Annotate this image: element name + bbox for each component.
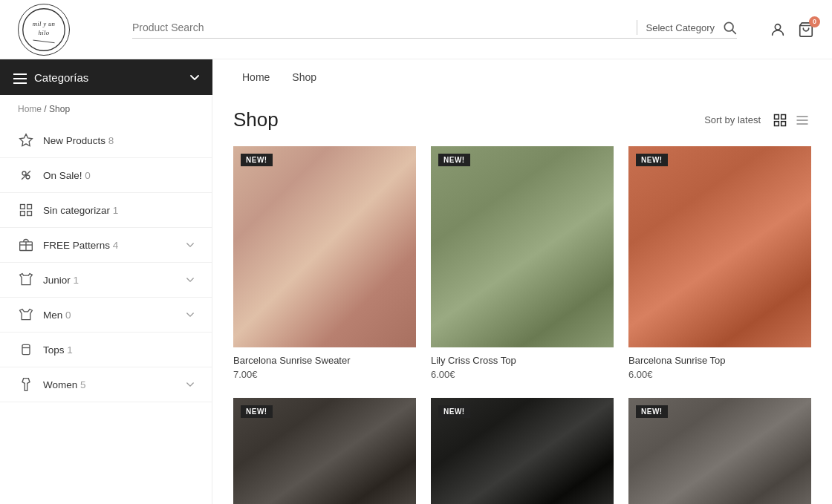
product-image-2: NEW!	[431, 146, 614, 347]
product-grid: NEW! Barcelona Sunrise Sweater 7.00€ NEW…	[233, 146, 811, 504]
svg-line-3	[33, 40, 54, 43]
header-icons: 0	[770, 21, 814, 39]
nav-home[interactable]: Home	[242, 71, 270, 83]
product-card-2[interactable]: NEW! Lily Criss Cross Top 6.00€	[431, 146, 614, 383]
sidebar-item-tops-label: Tops 1	[43, 344, 73, 356]
product-name-1: Barcelona Sunrise Sweater	[233, 355, 416, 366]
junior-chevron-icon	[186, 275, 194, 285]
svg-rect-24	[781, 115, 786, 120]
product-card-5[interactable]: NEW!	[431, 398, 614, 504]
svg-point-12	[22, 171, 26, 175]
dress-icon	[18, 376, 34, 393]
svg-rect-25	[775, 122, 779, 126]
product-name-2: Lily Criss Cross Top	[431, 355, 614, 366]
product-card-6[interactable]: NEW!	[628, 398, 811, 504]
svg-rect-16	[27, 205, 32, 209]
sidebar-item-new-products[interactable]: New Products 8	[0, 123, 212, 158]
sort-dropdown[interactable]: Sort by latest	[704, 114, 761, 125]
search-icon	[722, 20, 737, 35]
sidebar: Home / Shop New Products 8	[0, 95, 212, 504]
user-icon	[770, 22, 786, 38]
sidebar-item-junior[interactable]: Junior 1	[0, 263, 212, 298]
svg-rect-17	[21, 212, 25, 216]
new-badge-2: NEW!	[438, 154, 470, 166]
sidebar-item-on-sale-label: On Sale! 0	[43, 170, 91, 181]
shop-title: Shop	[233, 108, 279, 131]
categories-button[interactable]: Categorías	[0, 59, 212, 95]
men-chevron-icon	[186, 310, 194, 320]
sidebar-item-sin-categorizar[interactable]: Sin categorizar 1	[0, 193, 212, 228]
svg-rect-23	[775, 115, 779, 120]
product-image-3: NEW!	[628, 146, 811, 347]
sidebar-item-free-patterns-label: FREE Patterns 4	[43, 240, 118, 251]
search-icon-btn[interactable]	[722, 20, 737, 35]
cart-icon-btn[interactable]: 0	[798, 21, 814, 39]
sidebar-item-tops[interactable]: Tops 1	[0, 333, 212, 367]
main-content: Shop Sort by latest	[212, 95, 832, 504]
product-price-1: 7.00€	[233, 369, 416, 380]
product-card-3[interactable]: NEW! Barcelona Sunrise Top 6.00€	[628, 146, 811, 383]
sidebar-item-on-sale[interactable]: On Sale! 0	[0, 158, 212, 193]
product-img-placeholder-2	[431, 146, 614, 347]
view-toggle	[771, 111, 811, 129]
product-card-1[interactable]: NEW! Barcelona Sunrise Sweater 7.00€	[233, 146, 416, 383]
categories-chevron-icon	[190, 71, 199, 83]
tshirt-icon	[18, 307, 34, 323]
nav-shop[interactable]: Shop	[292, 71, 316, 83]
sidebar-item-women-label: Women 5	[43, 379, 86, 390]
svg-rect-10	[13, 82, 27, 84]
product-image-6: NEW!	[628, 398, 811, 504]
sidebar-item-women[interactable]: Women 5	[0, 367, 212, 402]
cart-badge: 0	[809, 16, 820, 27]
new-badge-3: NEW!	[636, 154, 668, 166]
product-image-5: NEW!	[431, 398, 614, 504]
logo-svg: mil y un hilo	[22, 4, 66, 55]
new-badge-4: NEW!	[241, 405, 273, 418]
shop-header: Shop Sort by latest	[233, 95, 811, 146]
logo[interactable]: mil y un hilo	[18, 4, 70, 56]
product-img-placeholder-3	[628, 146, 811, 347]
product-name-3: Barcelona Sunrise Top	[628, 355, 811, 366]
product-image-4: NEW!	[233, 398, 416, 504]
product-img-placeholder-1	[233, 146, 416, 347]
svg-rect-8	[13, 73, 27, 75]
svg-rect-26	[781, 122, 786, 126]
select-category-dropdown[interactable]: Select Category	[646, 22, 715, 33]
navbar: Categorías Home Shop	[0, 59, 832, 95]
star-icon	[18, 132, 34, 148]
svg-rect-15	[21, 205, 25, 209]
nav-links: Home Shop	[212, 71, 316, 83]
list-view-button[interactable]	[793, 111, 811, 129]
grid-view-button[interactable]	[771, 111, 789, 129]
sidebar-item-men[interactable]: Men 0	[0, 298, 212, 333]
svg-rect-21	[22, 344, 30, 354]
user-icon-btn[interactable]	[770, 21, 786, 39]
breadcrumb-separator: /	[42, 104, 49, 114]
main-layout: Home / Shop New Products 8	[0, 95, 832, 504]
svg-marker-11	[20, 134, 33, 146]
product-price-2: 6.00€	[431, 369, 614, 380]
svg-line-5	[732, 30, 736, 34]
breadcrumb-home[interactable]: Home	[18, 104, 42, 114]
percent-icon	[18, 167, 34, 183]
sidebar-item-men-label: Men 0	[43, 310, 71, 321]
new-badge-5: NEW!	[438, 405, 470, 418]
hamburger-icon	[13, 71, 27, 83]
logo-area[interactable]: mil y un hilo	[18, 4, 114, 56]
categories-btn-left: Categorías	[13, 71, 88, 83]
shop-controls: Sort by latest	[704, 111, 811, 129]
free-patterns-chevron-icon	[186, 240, 194, 250]
breadcrumb-current: Shop	[49, 104, 70, 114]
svg-point-6	[775, 24, 780, 30]
svg-rect-9	[13, 78, 27, 79]
sidebar-item-junior-label: Junior 1	[43, 275, 79, 286]
new-badge-1: NEW!	[241, 154, 273, 166]
list-view-icon	[795, 113, 810, 128]
header: mil y un hilo Select Category 0	[0, 0, 832, 59]
search-input[interactable]	[132, 22, 628, 33]
hamburger-svg	[13, 73, 27, 84]
grid-view-icon	[773, 113, 787, 128]
sidebar-item-free-patterns[interactable]: FREE Patterns 4	[0, 228, 212, 263]
product-card-4[interactable]: NEW!	[233, 398, 416, 504]
svg-text:mil y un: mil y un	[33, 19, 56, 27]
